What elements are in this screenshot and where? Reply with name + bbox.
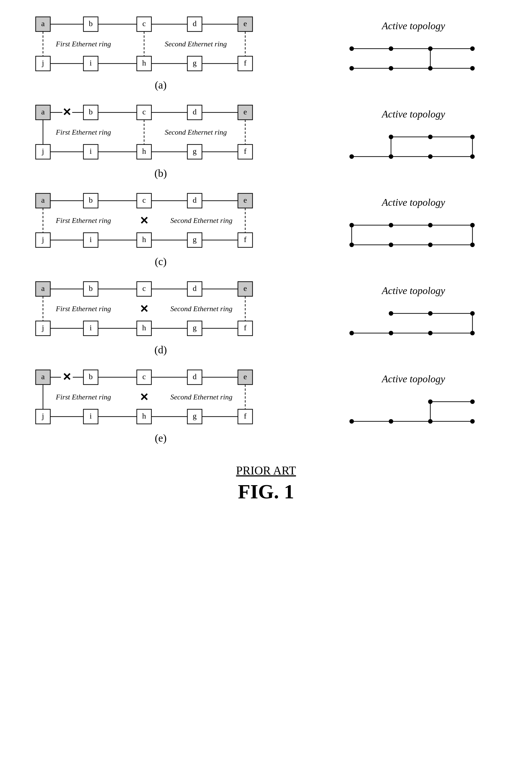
svg-text:✕: ✕ xyxy=(140,303,149,315)
topology-svg-b xyxy=(343,126,484,171)
figure-b-right: Active topology xyxy=(308,108,519,171)
figure-a-row: a b c d e j xyxy=(13,11,519,91)
svg-point-39 xyxy=(349,66,354,71)
svg-text:First Ethernet ring: First Ethernet ring xyxy=(55,305,111,313)
figure-a-left: a b c d e j xyxy=(13,11,308,91)
svg-text:h: h xyxy=(142,235,146,244)
topology-svg-d xyxy=(343,302,484,347)
svg-point-84 xyxy=(349,154,354,159)
figure-d-left: a b c d e j i h xyxy=(13,276,308,356)
svg-point-220 xyxy=(470,419,475,424)
svg-point-174 xyxy=(389,331,393,335)
svg-text:h: h xyxy=(142,59,146,67)
svg-text:g: g xyxy=(193,412,197,420)
svg-point-35 xyxy=(389,46,393,51)
topology-svg-e xyxy=(343,390,484,435)
svg-point-126 xyxy=(428,223,432,227)
svg-text:j: j xyxy=(42,412,44,420)
svg-point-37 xyxy=(470,46,475,51)
svg-point-169 xyxy=(389,311,393,316)
prior-art-label: PRIOR ART xyxy=(236,464,296,477)
diagram-d: a b c d e j i h xyxy=(27,276,294,341)
diagram-b: a b c d e ✕ xyxy=(27,100,294,164)
svg-text:a: a xyxy=(41,107,45,116)
svg-text:g: g xyxy=(193,323,197,332)
svg-text:b: b xyxy=(89,107,93,116)
svg-point-42 xyxy=(470,66,475,71)
subfig-label-e: (e) xyxy=(155,432,166,444)
svg-text:Second Ethernet ring: Second Ethernet ring xyxy=(170,305,233,313)
svg-point-175 xyxy=(428,331,432,335)
topology-title-c: Active topology xyxy=(382,197,445,208)
svg-text:b: b xyxy=(89,284,93,293)
svg-text:f: f xyxy=(244,59,246,67)
svg-text:b: b xyxy=(89,19,93,28)
svg-text:First Ethernet ring: First Ethernet ring xyxy=(55,393,111,401)
topology-title-d: Active topology xyxy=(382,285,445,296)
svg-text:c: c xyxy=(142,107,146,116)
svg-text:f: f xyxy=(244,323,246,332)
figure-c-left: a b c d e j i h xyxy=(13,188,308,268)
svg-text:i: i xyxy=(89,235,92,244)
figure-a-right: Active topology xyxy=(308,20,519,82)
svg-text:e: e xyxy=(243,107,247,116)
svg-point-218 xyxy=(389,419,393,424)
svg-point-215 xyxy=(470,399,475,404)
figure-e-left: a b c d e ✕ j i xyxy=(13,364,308,444)
svg-text:Second Ethernet ring: Second Ethernet ring xyxy=(170,393,233,401)
svg-point-86 xyxy=(428,154,432,159)
svg-text:✕: ✕ xyxy=(140,215,149,226)
subfig-label-d: (d) xyxy=(154,344,167,356)
svg-text:j: j xyxy=(42,323,44,332)
svg-text:First Ethernet ring: First Ethernet ring xyxy=(55,216,111,224)
subfig-label-c: (c) xyxy=(155,255,166,268)
svg-text:e: e xyxy=(243,19,247,28)
svg-text:e: e xyxy=(243,372,247,381)
svg-text:Second Ethernet ring: Second Ethernet ring xyxy=(165,128,227,136)
svg-text:Second Ethernet ring: Second Ethernet ring xyxy=(165,40,227,48)
svg-text:a: a xyxy=(41,372,45,381)
svg-text:d: d xyxy=(193,284,197,293)
svg-text:First Ethernet ring: First Ethernet ring xyxy=(55,128,111,136)
svg-text:g: g xyxy=(193,59,197,67)
svg-text:i: i xyxy=(89,323,92,332)
figure-e-right: Active topology xyxy=(308,373,519,435)
svg-text:i: i xyxy=(89,147,92,155)
topology-title-a: Active topology xyxy=(382,20,445,32)
svg-text:a: a xyxy=(41,196,45,204)
svg-text:h: h xyxy=(142,412,146,420)
subfig-label-b: (b) xyxy=(154,167,167,179)
figure-d-row: a b c d e j i h xyxy=(13,276,519,356)
svg-text:f: f xyxy=(244,147,246,155)
svg-text:e: e xyxy=(243,196,247,204)
all-figures: a b c d e j xyxy=(13,11,519,453)
svg-text:c: c xyxy=(142,196,146,204)
topology-svg-c xyxy=(343,214,484,259)
svg-point-81 xyxy=(428,135,432,139)
svg-text:i: i xyxy=(89,59,92,67)
svg-text:✕: ✕ xyxy=(62,106,71,118)
svg-text:✕: ✕ xyxy=(140,391,149,403)
svg-text:e: e xyxy=(243,284,247,293)
svg-text:First Ethernet ring: First Ethernet ring xyxy=(55,40,111,48)
svg-text:c: c xyxy=(142,372,146,381)
prior-art-section: PRIOR ART FIG. 1 xyxy=(236,464,296,503)
svg-text:i: i xyxy=(89,412,92,420)
svg-text:h: h xyxy=(142,323,146,332)
svg-text:j: j xyxy=(42,59,44,67)
svg-point-130 xyxy=(389,243,393,247)
svg-text:Second Ethernet ring: Second Ethernet ring xyxy=(170,216,233,224)
diagram-c: a b c d e j i h xyxy=(27,188,294,252)
topology-svg-a xyxy=(343,37,484,82)
fig-label: FIG. 1 xyxy=(236,480,296,503)
figure-b-row: a b c d e ✕ xyxy=(13,100,519,179)
topology-title-e: Active topology xyxy=(382,373,445,385)
svg-point-131 xyxy=(428,243,432,247)
svg-text:a: a xyxy=(41,19,45,28)
svg-text:d: d xyxy=(193,19,197,28)
figure-c-right: Active topology xyxy=(308,197,519,259)
svg-text:g: g xyxy=(193,235,197,244)
diagram-a: a b c d e j xyxy=(27,11,294,76)
svg-text:j: j xyxy=(42,235,44,244)
svg-point-125 xyxy=(389,223,393,227)
